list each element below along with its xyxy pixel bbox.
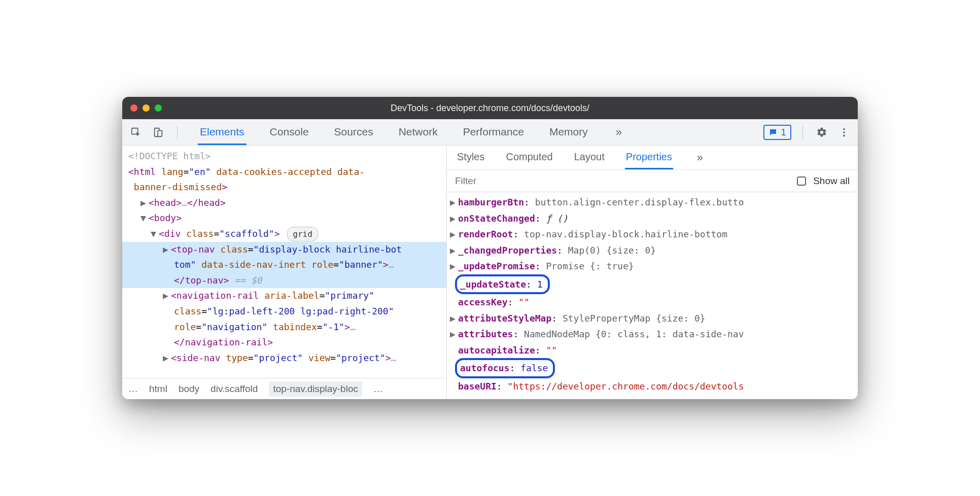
show-all-checkbox[interactable] [797, 176, 806, 186]
tab-performance[interactable]: Performance [461, 120, 526, 145]
filter-input[interactable] [455, 175, 790, 187]
grid-badge[interactable]: grid [287, 227, 318, 241]
show-all-label: Show all [813, 175, 850, 187]
dom-scaffold[interactable]: ▼<div class="scaffold"> grid [122, 226, 446, 242]
filter-row: Show all [447, 170, 858, 192]
property-row[interactable]: autocapitalize: "" [447, 342, 858, 359]
main-toolbar: Elements Console Sources Network Perform… [122, 119, 858, 146]
issues-count: 1 [781, 127, 786, 138]
titlebar: DevTools - developer.chrome.com/docs/dev… [122, 97, 858, 119]
property-row[interactable]: ▶attributes: NamedNodeMap {0: class, 1: … [447, 326, 858, 342]
property-row[interactable]: autofocus: false [447, 358, 858, 378]
breadcrumb-more-end[interactable]: … [373, 383, 383, 395]
minimize-window-button[interactable] [143, 104, 150, 112]
tab-styles[interactable]: Styles [456, 146, 485, 169]
property-row[interactable]: accessKey: "" [447, 294, 858, 310]
breadcrumb-more[interactable]: … [128, 383, 138, 395]
dom-tree[interactable]: <!DOCTYPE html> <html lang="en" data-coo… [122, 146, 446, 378]
inspect-element-icon[interactable] [128, 125, 144, 140]
property-row[interactable]: baseURI: "https://developer.chrome.com/d… [447, 378, 858, 395]
breadcrumb-body[interactable]: body [179, 383, 199, 395]
dom-navigation-rail[interactable]: ▶<navigation-rail aria-label="primary" [122, 288, 446, 304]
property-row[interactable]: _updateState: 1 [447, 274, 858, 295]
svg-rect-2 [158, 130, 162, 136]
issues-badge[interactable]: 1 [763, 125, 791, 140]
tab-computed[interactable]: Computed [505, 146, 553, 169]
breadcrumb[interactable]: … html body div.scaffold top-nav.display… [122, 378, 446, 399]
breadcrumb-html[interactable]: html [149, 383, 167, 395]
kebab-menu-icon[interactable] [836, 125, 852, 140]
property-row[interactable]: ▶renderRoot: top-nav.display-block.hairl… [447, 226, 858, 242]
more-tabs-icon[interactable]: » [611, 125, 626, 140]
property-row[interactable]: ▶hamburgerBtn: button.align-center.displ… [447, 194, 858, 210]
svg-point-5 [843, 134, 845, 136]
dom-body[interactable]: ▼<body> [122, 210, 446, 226]
settings-icon[interactable] [814, 125, 829, 140]
property-row[interactable]: ▶_changedProperties: Map(0) {size: 0} [447, 242, 858, 259]
dom-selected-node[interactable]: ⋯▶<top-nav class="display-block hairline… [122, 242, 446, 258]
more-side-tabs-icon[interactable]: » [692, 150, 708, 165]
property-row[interactable]: ▶_updatePromise: Promise {: true} [447, 258, 858, 274]
breadcrumb-scaffold[interactable]: div.scaffold [211, 383, 258, 395]
tab-layout[interactable]: Layout [573, 146, 606, 169]
close-window-button[interactable] [130, 104, 137, 112]
main-tabs: Elements Console Sources Network Perform… [198, 120, 626, 145]
window-title: DevTools - developer.chrome.com/docs/dev… [391, 103, 589, 114]
dom-head[interactable]: ▶<head>…</head> [122, 195, 446, 211]
dom-navigation-rail-close[interactable]: </navigation-rail> [122, 335, 446, 350]
dom-side-nav[interactable]: ▶<side-nav type="project" view="project"… [122, 350, 446, 366]
property-row[interactable]: ▶onStateChanged: ƒ () [447, 210, 858, 227]
toolbar-divider [802, 126, 803, 139]
dom-navigation-rail-cont[interactable]: class="lg:pad-left-200 lg:pad-right-200" [122, 304, 446, 320]
tab-sources[interactable]: Sources [332, 120, 375, 145]
device-toolbar-icon[interactable] [151, 125, 166, 140]
tab-console[interactable]: Console [268, 120, 311, 145]
sidebar-panel: Styles Computed Layout Properties » Show… [447, 146, 858, 399]
maximize-window-button[interactable] [155, 104, 162, 112]
tab-elements[interactable]: Elements [198, 120, 247, 145]
toolbar-divider [177, 126, 178, 139]
sidebar-tabs: Styles Computed Layout Properties » [447, 146, 858, 170]
property-row[interactable]: ▶attributeStyleMap: StylePropertyMap {si… [447, 310, 858, 327]
tab-memory[interactable]: Memory [547, 120, 590, 145]
dom-navigation-rail-cont2[interactable]: role="navigation" tabindex="-1">… [122, 320, 446, 335]
properties-list[interactable]: ▶hamburgerBtn: button.align-center.displ… [447, 192, 858, 399]
dom-html-open[interactable]: <html lang="en" data-cookies-accepted da… [122, 164, 446, 195]
dom-selected-node-cont[interactable]: tom" data-side-nav-inert role="banner">… [122, 257, 446, 273]
breadcrumb-selected[interactable]: top-nav.display-bloc [269, 381, 362, 397]
tab-network[interactable]: Network [397, 120, 440, 145]
tab-properties[interactable]: Properties [625, 146, 673, 169]
svg-point-3 [843, 128, 845, 130]
window-controls [130, 104, 162, 112]
devtools-window: DevTools - developer.chrome.com/docs/dev… [122, 97, 858, 399]
dom-doctype[interactable]: <!DOCTYPE html> [122, 149, 446, 164]
dom-selected-close[interactable]: </top-nav> == $0 [122, 273, 446, 289]
elements-panel: <!DOCTYPE html> <html lang="en" data-coo… [122, 146, 447, 399]
svg-point-4 [843, 131, 845, 133]
